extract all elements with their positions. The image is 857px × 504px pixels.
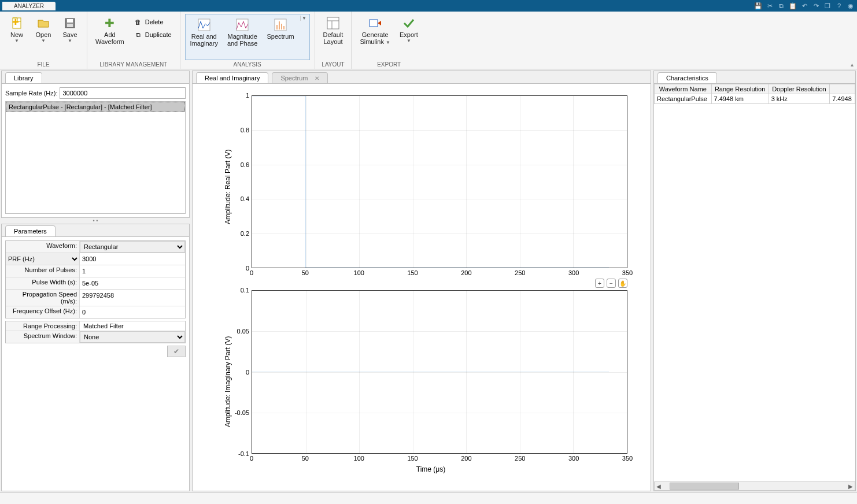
chevron-down-icon: ▼ — [302, 16, 306, 21]
plot-imaginary: Amplitude: Imaginary Part (V) + − ✋ -0.1… — [221, 290, 627, 473]
undo-icon[interactable]: ↶ — [800, 2, 808, 10]
spec-win-select[interactable]: None — [80, 331, 185, 343]
prf-label-select[interactable]: PRF (Hz) — [6, 253, 79, 265]
waveform-select[interactable]: Rectangular — [80, 241, 185, 253]
close-icon[interactable]: ✕ — [315, 75, 319, 81]
svg-rect-3 — [67, 19, 73, 23]
help-icon[interactable]: ? — [835, 2, 843, 10]
table-row[interactable]: RectangularPulse 7.4948 km 3 kHz 7.4948 — [655, 94, 855, 104]
magnitude-phase-button[interactable]: Magnitude and Phase — [224, 16, 261, 49]
cut-icon[interactable]: ✂ — [766, 2, 774, 10]
tab-spectrum[interactable]: Spectrum ✕ — [272, 72, 327, 83]
mp-label-2: and Phase — [227, 40, 258, 47]
svg-rect-13 — [327, 17, 339, 29]
sample-rate-input[interactable] — [60, 87, 186, 99]
col-waveform-name[interactable]: Waveform Name — [655, 84, 712, 94]
xtick: 200 — [461, 269, 471, 276]
zoom-in-icon[interactable]: + — [595, 279, 604, 288]
scroll-left-icon[interactable]: ◀ — [655, 483, 663, 490]
delete-label: Delete — [145, 18, 164, 25]
export-label: Export — [400, 31, 418, 38]
minimize-ribbon-icon[interactable]: ◉ — [847, 2, 855, 10]
tab-parameters[interactable]: Parameters — [5, 225, 56, 236]
xtick: 250 — [515, 269, 525, 276]
save-button[interactable]: Save ▼ — [58, 14, 82, 46]
tab-characteristics[interactable]: Characteristics — [657, 72, 717, 83]
params-table-2: Range Processing: Matched Filter Spectru… — [5, 321, 186, 343]
range-proc-label: Range Processing: — [6, 321, 80, 331]
ytick: 0 — [246, 369, 249, 376]
ytick: 0.05 — [237, 328, 249, 335]
scroll-thumb[interactable] — [670, 483, 739, 490]
horizontal-scrollbar[interactable]: ◀ ▶ — [654, 481, 855, 491]
export-group-label: EXPORT — [377, 61, 401, 68]
spectrum-button[interactable]: Spectrum — [263, 16, 297, 42]
freq-offset-label: Frequency Offset (Hz): — [6, 306, 80, 318]
char-tabrow: Characteristics — [654, 71, 855, 84]
zoom-out-icon[interactable]: − — [607, 279, 616, 288]
dock-icon[interactable]: ❐ — [823, 2, 832, 10]
save-icon — [63, 16, 77, 30]
paste-icon[interactable]: 📋 — [789, 2, 797, 10]
pulse-width-input[interactable] — [80, 277, 185, 289]
analysis-dropdown[interactable]: ▼ — [300, 16, 308, 21]
xtick: 150 — [407, 269, 418, 276]
redo-icon[interactable]: ↷ — [812, 2, 820, 10]
trash-icon: 🗑 — [134, 17, 143, 27]
copy-icon[interactable]: ⧉ — [777, 2, 785, 10]
app-tab[interactable]: ANALYZER — [2, 2, 56, 10]
axes[interactable] — [252, 95, 627, 268]
waveform-list[interactable]: RectangularPulse - [Rectangular] - [Matc… — [5, 101, 186, 214]
tab-real-imaginary[interactable]: Real and Imaginary — [196, 72, 268, 83]
chevron-down-icon: ▼ — [407, 38, 411, 43]
ylabel: Amplitude: Imaginary Part (V) — [221, 290, 234, 473]
num-pulses-input[interactable] — [80, 265, 185, 277]
freq-offset-input[interactable] — [80, 306, 185, 318]
export-button[interactable]: Export ▼ — [396, 14, 422, 46]
delete-button[interactable]: 🗑 Delete — [130, 16, 175, 28]
ribbon-group-library: ✚ Add Waveform 🗑 Delete ⧉ Duplicate LIBR… — [87, 12, 180, 69]
apply-button[interactable]: ✔ — [167, 346, 186, 357]
spectrum-icon — [274, 18, 287, 32]
add-waveform-button[interactable]: ✚ Add Waveform — [92, 14, 128, 47]
scroll-right-icon[interactable]: ▶ — [847, 483, 855, 490]
axes[interactable] — [252, 290, 627, 454]
real-imaginary-button[interactable]: Real and Imaginary — [187, 16, 221, 49]
col-doppler-res[interactable]: Doppler Resolution — [769, 84, 829, 94]
default-layout-button[interactable]: Default Layout — [320, 14, 347, 47]
ytick: 0.8 — [241, 127, 249, 134]
tab-spectrum-label: Spectrum — [280, 75, 308, 81]
ytick: 0.6 — [241, 161, 249, 168]
tab-library[interactable]: Library — [5, 72, 42, 83]
ylabel: Amplitude: Real Part (V) — [221, 95, 234, 279]
prop-speed-input[interactable] — [80, 290, 185, 301]
open-button[interactable]: Open ▼ — [31, 14, 56, 46]
num-pulses-label: Number of Pulses: — [6, 265, 80, 277]
new-button[interactable]: ✚ New ▼ — [5, 14, 29, 46]
ribbon-group-analysis: Real and Imaginary Magnitude and Phase S… — [180, 12, 315, 69]
generate-simulink-button[interactable]: Generate Simulink ▼ — [356, 14, 394, 47]
xtick: 300 — [568, 455, 579, 462]
collapse-ribbon-icon[interactable]: ▴ — [851, 61, 854, 68]
ytick: 0.4 — [241, 195, 249, 202]
list-item[interactable]: RectangularPulse - [Rectangular] - [Matc… — [6, 102, 185, 112]
splitter-horizontal[interactable]: • • — [0, 219, 191, 223]
chevron-down-icon: ▼ — [14, 38, 19, 43]
chevron-down-icon: ▼ — [68, 38, 72, 43]
col-range-res[interactable]: Range Resolution — [711, 84, 769, 94]
pulse-width-label: Pulse Width (s): — [6, 277, 80, 289]
svg-rect-16 — [370, 20, 378, 27]
analysis-group-label: ANALYSIS — [233, 61, 261, 68]
xtick: 0 — [250, 269, 253, 276]
xtick: 150 — [407, 455, 418, 462]
col-extra[interactable] — [830, 84, 855, 94]
waveform-label: Waveform: — [6, 241, 80, 253]
open-label: Open — [36, 31, 51, 38]
realimag-icon — [197, 18, 211, 32]
pan-icon[interactable]: ✋ — [618, 279, 627, 288]
prf-input[interactable] — [80, 253, 185, 265]
xtick: 250 — [515, 455, 525, 462]
duplicate-button[interactable]: ⧉ Duplicate — [130, 29, 175, 40]
save-quick-icon[interactable]: 💾 — [754, 2, 762, 10]
save-label: Save — [62, 31, 77, 38]
